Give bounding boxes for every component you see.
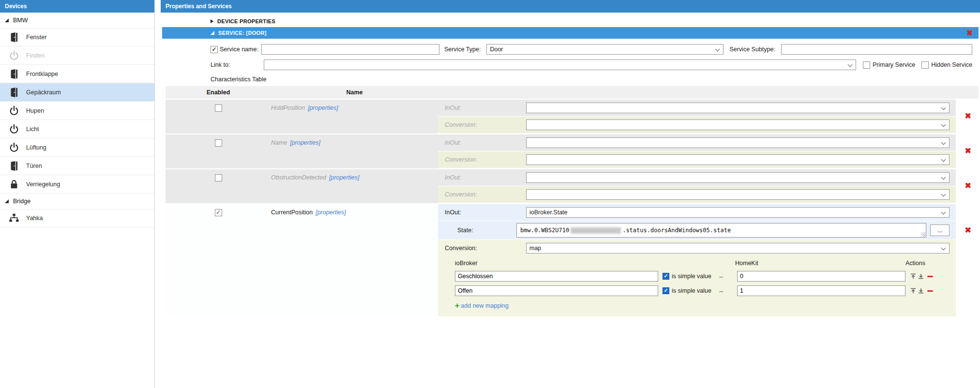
conversion-select[interactable] (526, 189, 950, 200)
devices-panel: Devices BMW Fenster Finden Frontklappe G… (0, 0, 155, 388)
service-section-header[interactable]: SERVICE: [DOOR] ✖ (162, 27, 979, 39)
device-item-finden[interactable]: Finden (0, 46, 154, 65)
power-icon (8, 50, 20, 61)
device-item-label: Finden (26, 52, 45, 59)
conversion-select[interactable]: map (526, 243, 950, 254)
delete-mapping-icon[interactable] (927, 276, 933, 277)
door-icon (8, 87, 20, 98)
mapping-row: is simple value ⇔ (455, 269, 950, 284)
tree-group-bmw[interactable]: BMW (0, 13, 154, 28)
column-header-name: Name (271, 89, 438, 96)
conversion-select[interactable] (526, 119, 950, 130)
inout-select[interactable] (526, 103, 950, 113)
characteristic-enabled-checkbox[interactable] (215, 209, 222, 216)
properties-link[interactable]: [properties] (329, 174, 360, 181)
column-header-iobroker: ioBroker (455, 260, 735, 267)
device-item-fenster[interactable]: Fenster (0, 28, 154, 46)
characteristic-enabled-checkbox[interactable] (215, 104, 222, 112)
characteristic-name: ObstructionDetected (271, 174, 326, 181)
remove-service-icon[interactable]: ✖ (966, 29, 973, 37)
characteristic-row-obstructiondetected: ObstructionDetected[properties] InOut: C… (166, 169, 979, 203)
chevron-down-icon (941, 246, 946, 251)
state-value-prefix: bmw.0.WBS2U710 (520, 227, 569, 234)
service-subtype-input[interactable] (781, 44, 972, 55)
move-up-icon[interactable] (910, 288, 916, 294)
device-item-hupen[interactable]: Hupen (0, 102, 154, 120)
mapping-iobroker-input[interactable] (455, 285, 658, 296)
conversion-select[interactable] (526, 154, 950, 165)
door-icon (8, 68, 20, 80)
move-up-icon[interactable] (910, 273, 916, 279)
state-browse-button[interactable]: ... (930, 224, 950, 236)
power-icon (8, 105, 20, 117)
inout-select[interactable] (526, 137, 950, 148)
chevron-down-icon (941, 210, 946, 215)
properties-link[interactable]: [properties] (308, 104, 338, 111)
device-item-label: Türen (26, 163, 42, 169)
device-item-label: Frontklappe (26, 71, 58, 77)
door-icon (8, 160, 20, 172)
hidden-service-checkbox[interactable] (921, 61, 929, 69)
device-item-verriegelung[interactable]: Verriegelung (0, 175, 154, 194)
delete-mapping-icon[interactable] (927, 290, 933, 292)
remove-characteristic-icon[interactable]: ✖ (965, 181, 971, 190)
is-simple-value-checkbox[interactable] (663, 287, 669, 294)
device-item-yahka[interactable]: Yahka (0, 209, 154, 227)
service-name-checkbox[interactable] (211, 46, 218, 53)
swap-icon: ⇔ (718, 287, 724, 295)
mapping-homekit-input[interactable] (737, 271, 905, 282)
service-type-select[interactable]: Door (486, 44, 724, 55)
chevron-down-icon (715, 47, 720, 52)
tree-group-bridge[interactable]: Bridge (0, 194, 154, 209)
primary-service-checkbox[interactable] (863, 61, 870, 69)
service-name-input[interactable] (261, 44, 439, 55)
characteristic-enabled-checkbox[interactable] (215, 174, 222, 181)
properties-link[interactable]: [properties] (290, 139, 320, 146)
characteristic-name: CurrentPosition (271, 209, 313, 216)
device-item-licht[interactable]: Licht (0, 120, 154, 138)
inout-select[interactable]: ioBroker.State (526, 207, 950, 218)
mapping-row: is simple value ⇔ (455, 284, 950, 298)
characteristics-table: Enabled Name HoldPosition[properties] In… (166, 86, 979, 316)
characteristic-row-holdposition: HoldPosition[properties] InOut: Conversi… (166, 100, 979, 134)
chevron-down-icon (941, 140, 946, 145)
remove-characteristic-icon[interactable]: ✖ (965, 111, 971, 120)
state-input[interactable]: bmw.0.WBS2U710.status.doorsAndWindows05.… (516, 223, 926, 238)
service-section-title: SERVICE: [DOOR] (218, 30, 267, 36)
column-header-homekit: HomeKit (735, 260, 905, 267)
conversion-label: Conversion: (438, 156, 526, 163)
service-form: Service name: Service Type: Door Service… (162, 39, 979, 70)
add-new-mapping-link[interactable]: add new mapping (461, 302, 509, 309)
remove-characteristic-icon[interactable]: ✖ (965, 225, 971, 235)
move-down-icon[interactable] (918, 288, 924, 294)
device-tree: BMW Fenster Finden Frontklappe Gepäckrau… (0, 13, 154, 388)
device-properties-section-header[interactable]: DEVICE PROPERTIES (162, 16, 979, 26)
properties-link[interactable]: [properties] (316, 209, 346, 216)
device-item-label: Hupen (26, 107, 44, 114)
mapping-iobroker-input[interactable] (455, 271, 658, 282)
is-simple-value-checkbox[interactable] (663, 273, 669, 280)
service-name-row: Service name: Service Type: Door Service… (211, 44, 972, 55)
remove-characteristic-icon[interactable]: ✖ (965, 146, 971, 155)
plus-icon: + (455, 302, 459, 310)
characteristic-row-name: Name[properties] InOut: Conversion: ✖ (166, 134, 979, 168)
chevron-down-icon (941, 175, 946, 180)
resize-grip[interactable] (921, 232, 925, 237)
column-header-actions: Actions (905, 260, 925, 267)
devices-panel-header: Devices (0, 0, 154, 13)
panel-divider (155, 0, 161, 388)
device-item-frontklappe[interactable]: Frontklappe (0, 65, 154, 83)
properties-panel: Properties and Services DEVICE PROPERTIE… (161, 0, 980, 388)
inout-select[interactable] (526, 172, 950, 183)
move-down-icon[interactable] (918, 273, 924, 279)
hidden-service-label: Hidden Service (931, 61, 972, 68)
mapping-homekit-input[interactable] (737, 285, 905, 296)
device-item-lueftung[interactable]: Lüftung (0, 138, 154, 157)
device-item-gepaeckraum[interactable]: Gepäckraum (0, 83, 154, 102)
link-to-select[interactable] (264, 60, 856, 70)
conversion-label: Conversion: (438, 191, 526, 198)
power-icon (8, 123, 20, 135)
device-item-tueren[interactable]: Türen (0, 157, 154, 175)
characteristic-enabled-checkbox[interactable] (215, 139, 222, 147)
tree-group-label: Bridge (13, 198, 30, 205)
